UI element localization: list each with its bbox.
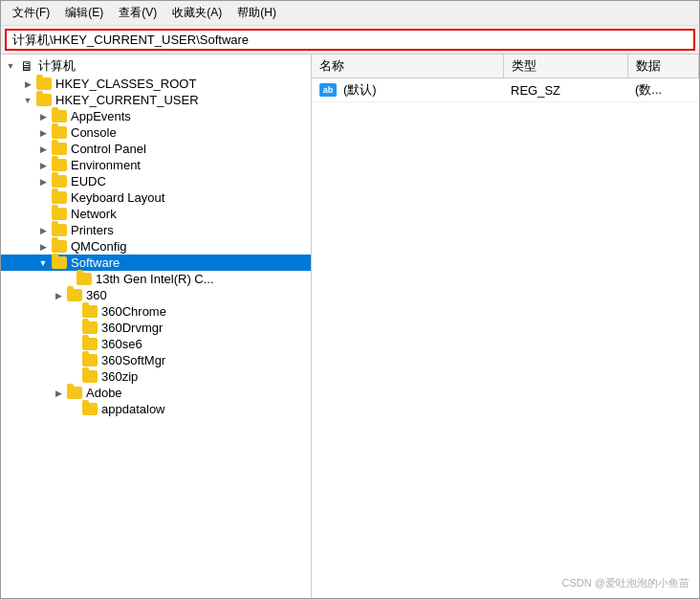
expander-360drvmgr: ▶ (66, 323, 81, 333)
menu-view[interactable]: 查看(V) (111, 3, 164, 23)
folder-icon-360chrome (81, 305, 98, 319)
main-area: ▼ 🖥 计算机 ▶ HKEY_CLASSES_ROOT ▼ HKEY_CURRE… (1, 55, 699, 598)
tree-item-360chrome[interactable]: ▶ 360Chrome (1, 303, 311, 320)
expander-eudc: ▶ (35, 177, 51, 187)
tree-label-360zip: 360zip (101, 369, 138, 384)
folder-icon-360 (66, 289, 83, 302)
expander-environment: ▶ (35, 161, 51, 170)
folder-icon-hkey-current-user (35, 94, 53, 107)
expander-360: ▶ (51, 291, 66, 300)
tree-item-environment[interactable]: ▶ Environment (1, 157, 311, 173)
folder-icon-360softmgr (81, 354, 98, 367)
tree-label-360softmgr: 360SoftMgr (101, 353, 165, 367)
menu-edit[interactable]: 编辑(E) (57, 3, 111, 23)
registry-table: 名称 类型 数据 ab (默认) REG_SZ (312, 55, 699, 102)
tree-item-keyboard-layout[interactable]: ▶ Keyboard Layout (1, 189, 311, 206)
folder-icon-360zip (81, 370, 98, 384)
tree-item-intel-gen13[interactable]: ▶ 13th Gen Intel(R) C... (1, 271, 311, 287)
col-header-name: 名称 (312, 55, 503, 78)
tree-label-software: Software (71, 255, 120, 270)
tree-item-360drvmgr[interactable]: ▶ 360Drvmgr (1, 320, 311, 336)
expander-hkey-current-user: ▼ (20, 96, 35, 105)
tree-label-360drvmgr: 360Drvmgr (101, 321, 163, 335)
tree-label-intel-gen13: 13th Gen Intel(R) C... (96, 272, 214, 286)
tree-item-appevents[interactable]: ▶ AppEvents (1, 108, 311, 124)
tree-item-qmconfig[interactable]: ▶ QMConfig (1, 238, 311, 255)
reg-type-cell: REG_SZ (503, 78, 627, 102)
folder-icon-control-panel (51, 143, 68, 156)
expander-console: ▶ (35, 128, 51, 138)
expander-360softmgr: ▶ (66, 356, 81, 366)
tree-label-360se6: 360se6 (101, 337, 142, 351)
reg-data-cell: (数... (627, 78, 699, 102)
folder-icon-software (51, 256, 68, 270)
folder-icon-keyboard-layout (51, 191, 68, 205)
tree-item-360se6[interactable]: ▶ 360se6 (1, 336, 311, 352)
tree-item-console[interactable]: ▶ Console (1, 124, 311, 141)
tree-label-360chrome: 360Chrome (101, 304, 166, 319)
tree-item-360[interactable]: ▶ 360 (1, 287, 311, 303)
tree-item-computer[interactable]: ▼ 🖥 计算机 (1, 56, 311, 76)
tree-label-printers: Printers (71, 223, 114, 237)
folder-icon-environment (51, 159, 68, 172)
expander-computer: ▼ (3, 61, 18, 71)
tree-label-environment: Environment (71, 158, 141, 172)
folder-icon-hkey-classes-root (35, 78, 53, 91)
expander-software: ▼ (35, 258, 51, 268)
address-input[interactable] (5, 29, 695, 51)
tree-item-appdatalow[interactable]: ▶ appdatalow (1, 401, 311, 417)
tree-item-network[interactable]: ▶ Network (1, 206, 311, 222)
expander-keyboard-layout: ▶ (35, 193, 51, 203)
folder-icon-eudc (51, 175, 68, 189)
tree-item-adobe[interactable]: ▶ Adobe (1, 385, 311, 401)
table-row[interactable]: ab (默认) REG_SZ (数... (312, 78, 699, 102)
tree-item-360softmgr[interactable]: ▶ 360SoftMgr (1, 352, 311, 368)
tree-item-360zip[interactable]: ▶ 360zip (1, 368, 311, 385)
tree-label-adobe: Adobe (86, 386, 122, 400)
expander-360zip: ▶ (66, 372, 81, 382)
folder-icon-intel-gen13 (76, 273, 93, 286)
tree-item-software[interactable]: ▼ Software (1, 255, 311, 271)
expander-network: ▶ (35, 210, 51, 219)
tree-label-appevents: AppEvents (71, 109, 131, 123)
tree-label-360: 360 (86, 288, 107, 302)
folder-icon-printers (51, 224, 68, 237)
col-header-data: 数据 (627, 55, 699, 78)
expander-360se6: ▶ (66, 340, 81, 349)
col-header-type: 类型 (503, 55, 627, 78)
menubar: 文件(F) 编辑(E) 查看(V) 收藏夹(A) 帮助(H) (1, 1, 699, 26)
tree-label-hkey-current-user: HKEY_CURRENT_USER (55, 93, 199, 107)
menu-favorites[interactable]: 收藏夹(A) (164, 3, 230, 23)
tree-label-control-panel: Control Panel (71, 142, 146, 156)
tree-item-hkey-classes-root[interactable]: ▶ HKEY_CLASSES_ROOT (1, 76, 311, 92)
expander-printers: ▶ (35, 226, 51, 235)
tree-label-qmconfig: QMConfig (71, 239, 127, 254)
tree-label-hkey-classes-root: HKEY_CLASSES_ROOT (55, 77, 196, 91)
menu-file[interactable]: 文件(F) (5, 3, 57, 23)
tree-label-appdatalow: appdatalow (101, 402, 165, 416)
expander-appevents: ▶ (35, 112, 51, 122)
tree-label-console: Console (71, 125, 117, 140)
reg-name-value: (默认) (343, 81, 377, 99)
expander-hkey-classes-root: ▶ (20, 79, 35, 89)
address-bar (1, 26, 699, 55)
folder-icon-console (51, 126, 68, 140)
tree-label-eudc: EUDC (71, 174, 106, 189)
computer-icon: 🖥 (18, 59, 35, 73)
tree-label-computer: 计算机 (38, 57, 76, 75)
reg-name-cell: ab (默认) (312, 78, 503, 102)
tree-item-hkey-current-user[interactable]: ▼ HKEY_CURRENT_USER (1, 92, 311, 108)
expander-adobe: ▶ (51, 388, 66, 398)
tree-item-eudc[interactable]: ▶ EUDC (1, 173, 311, 189)
expander-control-panel: ▶ (35, 144, 51, 154)
watermark: CSDN @爱吐泡泡的小鱼苗 (562, 576, 689, 590)
expander-intel-gen13: ▶ (60, 275, 76, 284)
menu-help[interactable]: 帮助(H) (230, 3, 284, 23)
expander-360chrome: ▶ (66, 307, 81, 317)
tree-item-control-panel[interactable]: ▶ Control Panel (1, 141, 311, 157)
folder-icon-360drvmgr (81, 322, 98, 335)
tree-item-printers[interactable]: ▶ Printers (1, 222, 311, 238)
folder-icon-network (51, 208, 68, 221)
right-panel: 名称 类型 数据 ab (默认) REG_SZ (312, 55, 699, 598)
tree-label-keyboard-layout: Keyboard Layout (71, 190, 164, 205)
